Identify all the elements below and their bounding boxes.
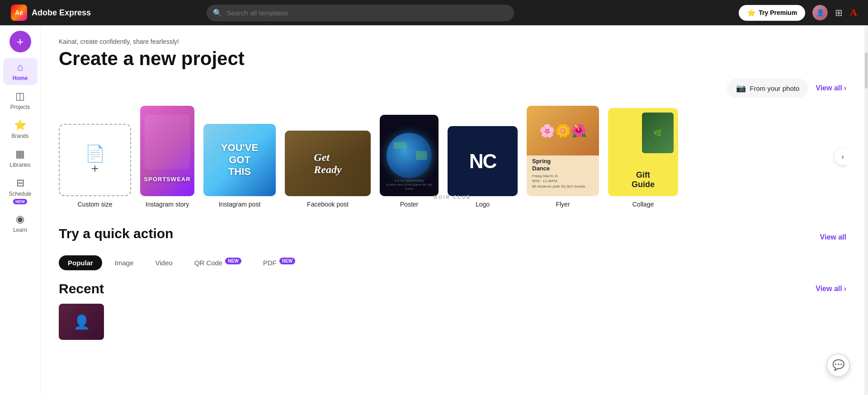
logo-text: NC — [469, 150, 496, 173]
nav-right: ⭐ Try Premium 👤 ⊞ A — [739, 5, 857, 21]
quick-action-view-all-label: View all — [820, 233, 846, 241]
adobe-icon: A — [850, 7, 857, 19]
view-all-label: View all — [816, 84, 842, 92]
view-all-arrow: › — [844, 84, 846, 92]
scrollbar-thumb[interactable] — [865, 52, 868, 89]
qr-code-new-badge: NEW — [225, 258, 241, 264]
premium-icon: ⭐ — [747, 9, 756, 17]
sidebar-item-libraries[interactable]: ▦ Libraries — [3, 145, 38, 172]
tab-qr-code-label: QR Code — [194, 259, 223, 267]
template-card-collage[interactable]: 🌿 GiftGuide Collage — [608, 108, 678, 208]
collage-thumb: 🌿 GiftGuide — [608, 108, 678, 196]
recent-view-all-arrow: › — [844, 285, 846, 293]
quick-action-tabs: Popular Image Video QR Code NEW PDF NEW — [59, 255, 846, 270]
main-content: Kainat, create confidently, share fearle… — [41, 25, 864, 395]
brands-icon: ⭐ — [14, 119, 26, 131]
projects-icon: ◫ — [15, 90, 25, 102]
try-premium-button[interactable]: ⭐ Try Premium — [739, 5, 805, 21]
search-icon: 🔍 — [213, 9, 222, 17]
add-button[interactable]: + — [9, 31, 31, 52]
brand-name: Adobe Express — [32, 8, 91, 18]
template-card-flyer[interactable]: 🌸🌼🌺 SpringDance Friday March 216PM - 11:… — [527, 106, 599, 208]
template-card-instagram-story[interactable]: SPORTSWEAR Instagram story — [140, 106, 194, 208]
template-card-poster[interactable]: It is our responsibilityto take care of … — [380, 115, 439, 208]
recent-thumbnail: 👤 — [59, 304, 104, 340]
view-all-link[interactable]: View all › — [816, 84, 846, 92]
quick-action-title: Try a quick action — [59, 226, 173, 241]
template-label-insta-post: Instagram post — [219, 201, 261, 208]
tab-qr-code[interactable]: QR Code NEW — [185, 255, 250, 270]
continent-1 — [393, 142, 407, 149]
sidebar-item-label-home: Home — [13, 75, 28, 81]
continent-2 — [416, 151, 427, 160]
brand-icon: Ae — [11, 5, 27, 21]
search-input[interactable] — [207, 5, 514, 21]
sidebar-item-label-projects: Projects — [10, 104, 30, 110]
recent-section: Recent View all › 👤 — [59, 281, 846, 340]
topnav: Ae Adobe Express 🔍 ⭐ Try Premium 👤 ⊞ A — [0, 0, 868, 25]
poster-earth — [387, 133, 432, 178]
sidebar-item-schedule[interactable]: ⊟ Schedule NEW — [3, 174, 38, 208]
schedule-new-badge: NEW — [13, 199, 27, 204]
avatar[interactable]: 👤 — [812, 5, 828, 20]
brand-logo: Ae Adobe Express — [11, 5, 91, 21]
sidebar-item-learn[interactable]: ◉ Learn — [3, 210, 38, 237]
template-label-poster: Poster — [400, 201, 418, 208]
schedule-icon: ⊟ — [16, 177, 24, 189]
create-project-header: 📷 From your photo View all › — [59, 79, 846, 98]
template-label-fb-post: Facebook post — [307, 201, 349, 208]
sidebar-item-projects[interactable]: ◫ Projects — [3, 87, 38, 114]
recent-view-all-label: View all — [816, 285, 842, 293]
tab-pdf-label: PDF — [263, 259, 277, 267]
tab-image[interactable]: Image — [106, 255, 143, 270]
sidebar-item-home[interactable]: ⌂ Home — [3, 58, 38, 85]
logo-subtext: NOIR CLUB — [448, 195, 518, 196]
libraries-icon: ▦ — [15, 148, 25, 160]
camera-icon: 📷 — [736, 83, 746, 93]
insta-post-text: YOU'VEGOTTHIS — [221, 142, 258, 178]
flyer-top: 🌸🌼🌺 — [527, 106, 599, 155]
home-icon: ⌂ — [17, 61, 23, 73]
instagram-post-thumb: YOU'VEGOTTHIS — [203, 124, 276, 196]
next-arrow-button[interactable]: › — [835, 149, 846, 165]
template-label-insta-story: Instagram story — [146, 201, 189, 208]
plus-icon: + — [91, 161, 99, 176]
sidebar-item-brands[interactable]: ⭐ Brands — [3, 116, 38, 143]
poster-text: It is our responsibilityto take care of … — [383, 179, 435, 191]
insta-story-bg — [145, 115, 190, 169]
from-photo-label: From your photo — [750, 85, 799, 92]
template-card-logo[interactable]: NC NOIR CLUB Logo — [448, 126, 518, 208]
sidebar-item-label-schedule: Schedule — [9, 191, 31, 197]
tab-popular[interactable]: Popular — [59, 255, 102, 270]
collage-text: GiftGuide — [613, 170, 674, 190]
grid-icon[interactable]: ⊞ — [835, 7, 843, 18]
sidebar-item-label-brands: Brands — [11, 133, 28, 139]
insta-story-overlay: SPORTSWEAR — [140, 176, 194, 183]
recent-item[interactable]: 👤 — [59, 304, 104, 340]
recent-header: Recent View all › — [59, 281, 846, 296]
sidebar-item-label-libraries: Libraries — [9, 162, 30, 168]
facebook-post-thumb: GetReady — [285, 131, 371, 196]
flyer-content-block: SpringDance Friday March 216PM - 11:30PM… — [532, 158, 594, 189]
template-label-logo: Logo — [476, 201, 490, 208]
poster-thumb: It is our responsibilityto take care of … — [380, 115, 439, 196]
recent-view-all[interactable]: View all › — [816, 285, 846, 293]
logo-thumb: NC NOIR CLUB — [448, 126, 518, 196]
search-bar-container: 🔍 — [207, 5, 514, 21]
template-label-custom: Custom size — [77, 201, 112, 208]
scrollbar-track — [864, 25, 868, 395]
custom-size-icon: 📄 — [85, 144, 105, 163]
custom-size-thumb: 📄 + — [59, 124, 131, 196]
fb-post-text: GetReady — [314, 151, 341, 176]
tab-pdf[interactable]: PDF NEW — [254, 255, 305, 270]
tab-video[interactable]: Video — [146, 255, 182, 270]
pdf-new-badge: NEW — [279, 258, 295, 264]
learn-icon: ◉ — [16, 213, 24, 225]
quick-action-view-all[interactable]: View all — [820, 233, 846, 241]
chat-fab-button[interactable]: 💬 — [826, 353, 850, 377]
flyer-title: SpringDance — [532, 158, 594, 172]
sidebar: + ⌂ Home ◫ Projects ⭐ Brands ▦ Libraries… — [0, 25, 41, 395]
from-photo-button[interactable]: 📷 From your photo — [727, 79, 808, 98]
try-premium-label: Try Premium — [759, 9, 797, 16]
greeting-text: Kainat, create confidently, share fearle… — [59, 38, 846, 45]
